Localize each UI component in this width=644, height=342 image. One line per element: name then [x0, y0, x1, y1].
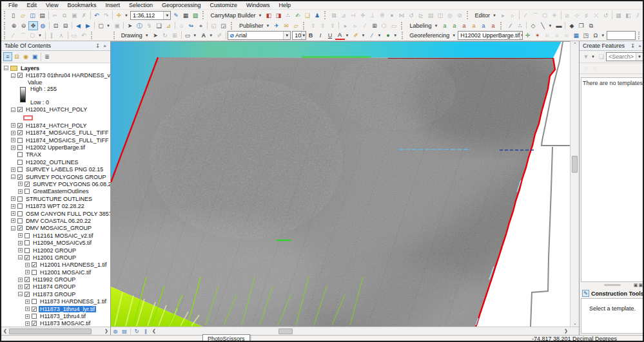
filter-dropdown[interactable]: ▼	[590, 55, 597, 59]
template-search-combo[interactable]: <Search> ▼	[606, 52, 643, 61]
label-up-icon-2[interactable]: ⇧	[318, 21, 327, 30]
add-data-dropdown[interactable]: ▼	[124, 14, 130, 17]
snapping-icon-7[interactable]: ❐	[576, 21, 586, 30]
magnifier-window-icon[interactable]: ◲	[219, 21, 228, 30]
scroll-up-icon[interactable]: ⌃	[571, 42, 580, 47]
marker-color-dropdown[interactable]: ▼	[393, 33, 399, 37]
expand-icon[interactable]: +	[11, 196, 15, 201]
back-extent-icon[interactable]: ◀	[73, 21, 83, 30]
topology-icon-8[interactable]: ⋈	[396, 11, 406, 20]
topology-icon-2[interactable]: ⊿	[338, 11, 348, 20]
text-tool-icon[interactable]: A	[199, 31, 208, 40]
layer-name[interactable]: H12002 GROUP	[32, 247, 77, 254]
layer-visibility-checkbox[interactable]: ✓	[32, 307, 37, 312]
toc-layer-row[interactable]: +OSM CANYON FULL POLY 3857_05.22	[1, 210, 110, 217]
layer-name[interactable]: H11874_MOSAICS_FULL_TIFF	[24, 129, 110, 136]
carrymap-icon-4[interactable]: ✍	[293, 11, 302, 20]
edit-line-icon[interactable]: ∕	[8, 31, 18, 40]
reshape-icon[interactable]: ⊹	[572, 11, 581, 20]
snapping-icon-6[interactable]: ◆	[567, 21, 576, 30]
expand-icon[interactable]: +	[11, 204, 15, 209]
carrymap-icon-5[interactable]: ❏	[302, 11, 312, 20]
search-zoom-icon-1[interactable]: ◌	[581, 64, 590, 73]
fixed-zoom-in-icon[interactable]: ⊡	[51, 21, 61, 30]
topology-icon-13[interactable]: ◎	[445, 11, 454, 20]
toc-options-icon[interactable]: ≣	[43, 52, 52, 61]
cut-polygon-icon[interactable]: ⧄	[562, 11, 572, 20]
georef-rotation-input[interactable]	[607, 31, 636, 40]
expand-icon[interactable]: +	[11, 211, 15, 216]
layer-visibility-checkbox[interactable]: ✓	[17, 73, 23, 78]
layer-name[interactable]: H11873 WPT 02.28.22	[24, 203, 86, 209]
snapping-icon-1[interactable]: ∕	[505, 21, 515, 30]
toc-layer-row[interactable]: H12002_OUTLINES	[1, 158, 110, 166]
layer-name[interactable]: H11874_MOSAICS_FULL_TIFF	[24, 137, 110, 144]
rotate-tool-icon[interactable]: ↻	[161, 31, 170, 40]
layer-visibility-checkbox[interactable]	[24, 240, 30, 245]
map-vertical-scrollbar[interactable]: ⌃ ⌄	[570, 41, 579, 327]
map-hscroll-thumb[interactable]	[278, 328, 293, 334]
sketch-poly-icon[interactable]: ⬡	[540, 11, 550, 20]
editor-trace-icon[interactable]: ▹	[508, 11, 518, 20]
delete-icon[interactable]: ✗	[79, 11, 89, 20]
carrymap-icon-1[interactable]: ◧	[264, 11, 273, 20]
hyperlink-icon[interactable]: ↯	[144, 21, 154, 30]
layer-name[interactable]: GreatEasternOutlines	[32, 188, 90, 195]
layer-visibility-checkbox[interactable]	[17, 167, 23, 172]
topology-icon-4[interactable]: ✛	[358, 11, 367, 20]
new-document-icon[interactable]: ▯	[8, 11, 18, 20]
clear-selection-icon[interactable]: ▣	[112, 21, 122, 30]
layer-name[interactable]: H11873 01thru04 HARDNESS_v4.tif	[24, 72, 110, 79]
split-icon[interactable]: ⤬	[591, 11, 601, 20]
text-dropdown[interactable]: ▼	[208, 33, 215, 37]
layer-visibility-checkbox[interactable]: ✓	[24, 255, 30, 260]
scroll-right-icon[interactable]: ❯	[562, 328, 570, 334]
list-by-drawing-order-icon[interactable]: ≡	[3, 52, 12, 61]
toc-layer-row[interactable]: +GreatEasternOutlines	[1, 188, 110, 195]
add-control-points-icon[interactable]: ✛	[523, 31, 532, 40]
layer-visibility-checkbox[interactable]: ✓	[17, 107, 23, 112]
edit-rect-icon[interactable]: ▭	[69, 31, 79, 40]
font-color-button[interactable]: A	[335, 31, 345, 40]
open-folder-icon[interactable]: ▱	[18, 11, 28, 20]
layer-name[interactable]: SURVEY LABELS PNG 02.15	[24, 166, 104, 173]
topology-icon-11[interactable]: ▤	[425, 11, 435, 20]
publisher-icon-3[interactable]: ▱	[291, 21, 300, 30]
pin-icon[interactable]: ↧	[94, 43, 101, 49]
toc-layer-row[interactable]: –✓DMV MOSAICS_GROUP	[1, 225, 110, 232]
layer-name[interactable]: DMV COASTAL 06.20.22	[24, 218, 92, 224]
map-horizontal-scrollbar[interactable]: ◍ ▤ ↻ ∥ ❮ ❯	[111, 327, 579, 335]
view-link-table-icon[interactable]: ◳	[581, 31, 590, 40]
layer-visibility-checkbox[interactable]: ✓	[17, 130, 23, 135]
toc-layer-row[interactable]: +✓H11992 GROUP	[1, 276, 110, 283]
layer-name[interactable]: H11873_1thru4.tif	[39, 313, 87, 319]
layer-name[interactable]: H12002_OUTLINES	[24, 159, 80, 166]
identify-icon[interactable]: ⓘ	[135, 21, 144, 30]
rectangle-tool-icon[interactable]: ▭	[182, 31, 192, 40]
editor-arrow-icon[interactable]: ▸	[498, 11, 508, 20]
layer-name[interactable]: OSM CANYON FULL POLY 3857_05.22	[24, 211, 110, 217]
add-data-icon[interactable]: ✛	[114, 11, 124, 20]
sketch-props-icon[interactable]: ◧	[623, 11, 633, 20]
label-up-icon-3[interactable]: ⇧	[327, 21, 337, 30]
georef-layer-combo[interactable]: H12002 UpperBarge.tif ▼	[458, 31, 523, 40]
layer-visibility-checkbox[interactable]	[17, 211, 23, 216]
labeling-icon-6[interactable]: a	[488, 21, 498, 30]
select-link-icon[interactable]: ✶	[532, 31, 542, 40]
edit-undo-icon[interactable]: ↶	[79, 31, 88, 40]
annotation-arrow-icon[interactable]: ▸	[340, 21, 350, 30]
layer-name[interactable]: H12001 HARDNESS_1.tif	[39, 261, 108, 268]
layer-name[interactable]: H12001 GROUP	[32, 254, 77, 261]
select-features-dropdown[interactable]: ▼	[106, 24, 112, 28]
carrymap-builder-menu[interactable]: CarryMap Builder	[207, 12, 257, 19]
organize-templates-icon[interactable]: ❏	[597, 52, 606, 61]
layer-name[interactable]: H11873 HARDNESS_1.tif	[39, 298, 108, 305]
layer-visibility-checkbox[interactable]	[17, 160, 23, 165]
publisher-dropdown[interactable]: ▼	[265, 24, 271, 28]
topology-icon-7[interactable]: ●	[387, 11, 396, 20]
toolbar-grip[interactable]	[303, 22, 306, 30]
snapping-dropdown[interactable]: ▼	[547, 24, 554, 28]
menu-item-insert[interactable]: Insert	[101, 1, 124, 10]
toolbar-grip[interactable]	[638, 32, 641, 40]
layer-name[interactable]: STRUCTURE OUTLINES	[24, 196, 93, 202]
